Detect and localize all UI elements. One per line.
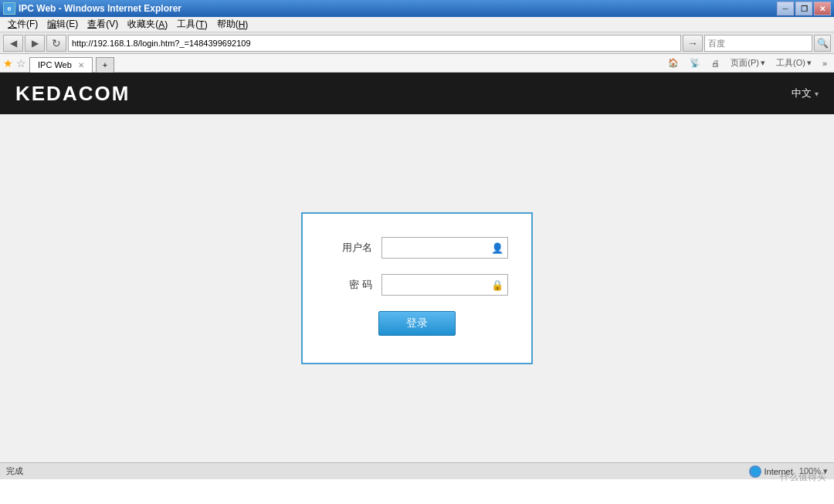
minimize-button[interactable]: ─ — [777, 2, 794, 15]
password-input-wrapper: 🔒 — [381, 274, 508, 296]
tab-label: IPC Web — [38, 60, 72, 69]
search-input[interactable] — [704, 35, 812, 52]
go-button[interactable]: → — [683, 35, 703, 52]
more-button[interactable]: » — [819, 57, 831, 69]
search-button[interactable]: 🔍 — [814, 35, 831, 52]
status-text: 完成 — [6, 465, 23, 477]
favorites-bar: ★ ☆ IPC Web ✕ + 🏠 📡 🖨 页面(P) ▾ 工具(O) ▾ » — [0, 54, 834, 73]
address-bar: ◀ ▶ ↻ → 🔍 — [0, 32, 834, 54]
login-button-row: 登录 — [326, 311, 508, 336]
page-chevron-icon: ▾ — [761, 58, 765, 68]
browser-tab[interactable]: IPC Web ✕ — [29, 57, 93, 73]
menu-edit[interactable]: 编辑(E) — [42, 17, 83, 32]
language-arrow-icon: ▾ — [815, 90, 819, 98]
menu-help[interactable]: 帮助(H) — [212, 17, 253, 32]
back-button[interactable]: ◀ — [3, 35, 23, 52]
globe-icon: 🌐 — [749, 465, 761, 478]
title-bar: e IPC Web - Windows Internet Explorer ─ … — [0, 0, 834, 17]
restore-button[interactable]: ❐ — [795, 2, 812, 15]
language-selector[interactable]: 中文 ▾ — [792, 86, 819, 100]
password-input[interactable] — [381, 274, 508, 296]
close-button[interactable]: ✕ — [814, 2, 831, 15]
browser-content: KEDACOM 中文 ▾ 用户名 👤 密 码 🔒 — [0, 73, 834, 462]
login-button[interactable]: 登录 — [378, 311, 456, 336]
keda-navbar: KEDACOM 中文 ▾ — [0, 73, 834, 114]
tab-close-icon[interactable]: ✕ — [78, 61, 84, 69]
menu-tools[interactable]: 工具(T) — [172, 17, 212, 32]
watermark: 什么值得买 — [780, 471, 826, 484]
language-label: 中文 — [792, 86, 812, 100]
keda-logo: KEDACOM — [15, 82, 130, 106]
refresh-button[interactable]: ↻ — [46, 35, 66, 52]
add-favorites-icon[interactable]: ☆ — [16, 57, 26, 69]
tools-chevron-icon: ▾ — [807, 58, 812, 68]
password-field: 密 码 🔒 — [326, 274, 508, 296]
home-button[interactable]: 🏠 — [664, 56, 683, 69]
app-icon: e — [3, 2, 15, 15]
menu-view[interactable]: 查看(V) — [83, 17, 123, 32]
tools-menu-button[interactable]: 工具(O) ▾ — [772, 56, 815, 70]
username-input[interactable] — [381, 237, 508, 259]
menu-bar: 文件(F) 编辑(E) 查看(V) 收藏夹(A) 工具(T) 帮助(H) — [0, 17, 834, 32]
favorites-star-icon[interactable]: ★ — [3, 57, 13, 69]
feeds-button[interactable]: 📡 — [686, 56, 704, 69]
username-field: 用户名 👤 — [326, 237, 508, 259]
new-tab-button[interactable]: + — [96, 57, 114, 73]
forward-button[interactable]: ▶ — [25, 35, 45, 52]
login-box: 用户名 👤 密 码 🔒 登录 — [301, 212, 533, 364]
page-menu-button[interactable]: 页面(P) ▾ — [727, 56, 769, 70]
username-label: 用户名 — [326, 241, 372, 255]
window-title: IPC Web - Windows Internet Explorer — [19, 3, 181, 14]
address-input[interactable] — [68, 35, 681, 52]
menu-favorites[interactable]: 收藏夹(A) — [123, 17, 172, 32]
main-content: 用户名 👤 密 码 🔒 登录 — [0, 114, 834, 462]
status-bar: 完成 🌐 Internet 100% ▾ — [0, 462, 834, 479]
menu-file[interactable]: 文件(F) — [3, 17, 42, 32]
username-input-wrapper: 👤 — [381, 237, 508, 259]
print-button[interactable]: 🖨 — [707, 57, 724, 69]
password-label: 密 码 — [326, 278, 372, 292]
